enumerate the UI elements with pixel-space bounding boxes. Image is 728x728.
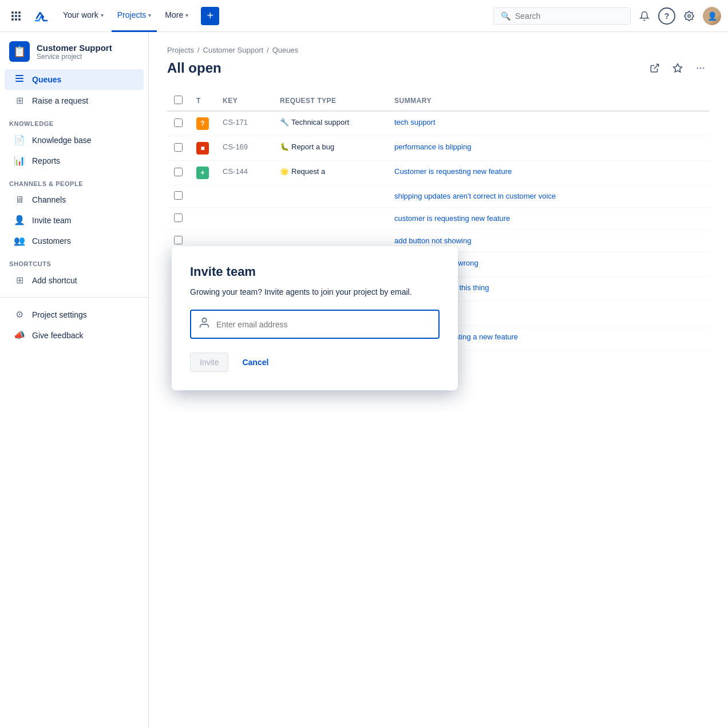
search-input[interactable] xyxy=(515,11,623,21)
row-summary[interactable]: performance is blipping xyxy=(394,143,471,151)
nav-more[interactable]: More ▾ xyxy=(159,0,194,32)
grid-menu-icon[interactable] xyxy=(7,7,25,25)
issue-key[interactable]: CS-169 xyxy=(223,143,248,151)
row-checkbox[interactable] xyxy=(174,213,183,222)
sidebar-item-queues[interactable]: Queues xyxy=(5,69,144,90)
row-summary[interactable]: shipping updates aren't correct in custo… xyxy=(394,192,556,200)
invite-button[interactable]: Invite xyxy=(190,353,228,372)
invite-team-label: Invite team xyxy=(32,216,71,225)
project-name: Customer Support xyxy=(37,43,112,53)
request-type: 🔧Technical support xyxy=(280,118,349,126)
breadcrumb-customer-support[interactable]: Customer Support xyxy=(203,46,264,54)
give-feedback-label: Give feedback xyxy=(32,331,84,340)
search-bar[interactable]: 🔍 xyxy=(493,7,631,25)
sidebar-item-knowledge-base[interactable]: 📄 Knowledge base xyxy=(5,130,144,150)
svg-rect-7 xyxy=(15,18,17,21)
col-header-t: T xyxy=(189,91,216,111)
header-actions xyxy=(646,59,710,77)
channels-section-label: CHANNELS & PEOPLE xyxy=(0,171,148,189)
svg-point-18 xyxy=(703,68,704,69)
breadcrumb-projects[interactable]: Projects xyxy=(167,46,194,54)
knowledge-base-label: Knowledge base xyxy=(32,136,92,145)
page-header: All open xyxy=(167,59,710,77)
sidebar-item-channels[interactable]: 🖥 Channels xyxy=(5,190,144,209)
project-settings-label: Project settings xyxy=(32,310,87,319)
row-checkbox[interactable] xyxy=(174,143,183,152)
help-button[interactable]: ? xyxy=(658,7,675,25)
col-header-request-type: Request Type xyxy=(273,91,387,111)
star-button[interactable] xyxy=(668,59,687,77)
svg-rect-1 xyxy=(15,11,17,14)
svg-rect-13 xyxy=(15,81,23,82)
row-summary[interactable]: customer is requesting new feature xyxy=(394,214,510,223)
svg-rect-6 xyxy=(11,18,14,21)
user-avatar[interactable]: 👤 xyxy=(703,7,721,25)
knowledge-base-icon: 📄 xyxy=(14,134,25,145)
type-badge: + xyxy=(196,167,209,179)
external-link-button[interactable] xyxy=(646,59,664,77)
settings-button[interactable] xyxy=(680,7,698,25)
notifications-button[interactable] xyxy=(635,7,654,25)
more-options-button[interactable] xyxy=(691,59,710,77)
sidebar-item-invite-team[interactable]: 👤 Invite team xyxy=(5,210,144,230)
customers-icon: 👥 xyxy=(14,235,25,246)
project-header: 📋 Customer Support Service project xyxy=(0,32,148,69)
svg-rect-0 xyxy=(11,11,14,14)
person-icon xyxy=(198,316,211,332)
type-badge: ? xyxy=(196,117,209,130)
row-checkbox[interactable] xyxy=(174,191,183,200)
select-all-checkbox[interactable] xyxy=(174,96,183,104)
cancel-button[interactable]: Cancel xyxy=(233,353,278,371)
projects-chevron: ▾ xyxy=(148,12,151,18)
add-shortcut-icon: ⊞ xyxy=(14,275,25,286)
sidebar-item-give-feedback[interactable]: 📣 Give feedback xyxy=(5,325,144,345)
col-header-summary: Summary xyxy=(387,91,710,111)
queues-icon xyxy=(14,74,25,85)
sidebar-item-project-settings[interactable]: ⚙ Project settings xyxy=(5,304,144,325)
col-header-key: Key xyxy=(216,91,273,111)
breadcrumb: Projects / Customer Support / Queues xyxy=(167,46,710,54)
project-icon: 📋 xyxy=(9,41,30,62)
issue-key[interactable]: CS-144 xyxy=(223,167,248,176)
svg-point-10 xyxy=(688,14,691,17)
issue-key[interactable]: CS-171 xyxy=(223,118,248,126)
reports-label: Reports xyxy=(32,156,60,165)
invite-team-modal: Invite team Growing your team? Invite ag… xyxy=(172,246,458,390)
modal-actions: Invite Cancel xyxy=(190,353,440,372)
nav-your-work[interactable]: Your work ▾ xyxy=(57,0,109,32)
create-button[interactable]: + xyxy=(201,7,219,25)
customers-label: Customers xyxy=(32,236,71,246)
svg-rect-2 xyxy=(18,11,21,14)
sidebar-item-add-shortcut[interactable]: ⊞ Add shortcut xyxy=(5,270,144,290)
project-settings-icon: ⚙ xyxy=(14,309,25,320)
row-checkbox[interactable] xyxy=(174,168,183,176)
sidebar-item-reports[interactable]: 📊 Reports xyxy=(5,151,144,171)
raise-request-icon: ⊞ xyxy=(14,95,25,106)
request-type: 🌟Request a xyxy=(280,167,325,176)
svg-rect-4 xyxy=(15,15,17,17)
add-shortcut-label: Add shortcut xyxy=(32,276,77,285)
svg-point-19 xyxy=(202,318,206,322)
table-row: ? CS-171 🔧Technical support tech support xyxy=(167,111,710,136)
svg-point-17 xyxy=(700,68,701,69)
row-summary[interactable]: tech support xyxy=(394,118,436,126)
svg-rect-11 xyxy=(15,75,23,76)
breadcrumb-queues: Queues xyxy=(272,46,299,54)
app-logo[interactable] xyxy=(32,7,50,25)
sidebar-item-raise-request[interactable]: ⊞ Raise a request xyxy=(5,90,144,110)
row-summary[interactable]: Customer is requesting new feature xyxy=(394,167,512,176)
email-input[interactable] xyxy=(216,320,432,329)
request-type: 🐛Report a bug xyxy=(280,143,334,151)
nav-projects[interactable]: Projects ▾ xyxy=(112,0,157,32)
more-chevron: ▾ xyxy=(185,12,188,18)
table-row: + CS-144 🌟Request a Customer is requesti… xyxy=(167,161,710,185)
row-summary[interactable]: add button not showing xyxy=(394,236,471,245)
sidebar-item-customers[interactable]: 👥 Customers xyxy=(5,231,144,251)
row-checkbox[interactable] xyxy=(174,118,183,127)
row-checkbox[interactable] xyxy=(174,236,183,244)
top-navigation: Your work ▾ Projects ▾ More ▾ + 🔍 ? xyxy=(0,0,728,32)
raise-request-label: Raise a request xyxy=(32,96,88,105)
modal-description: Growing your team? Invite agents to join… xyxy=(190,286,440,298)
project-info: Customer Support Service project xyxy=(37,43,112,61)
channels-label: Channels xyxy=(32,195,66,204)
